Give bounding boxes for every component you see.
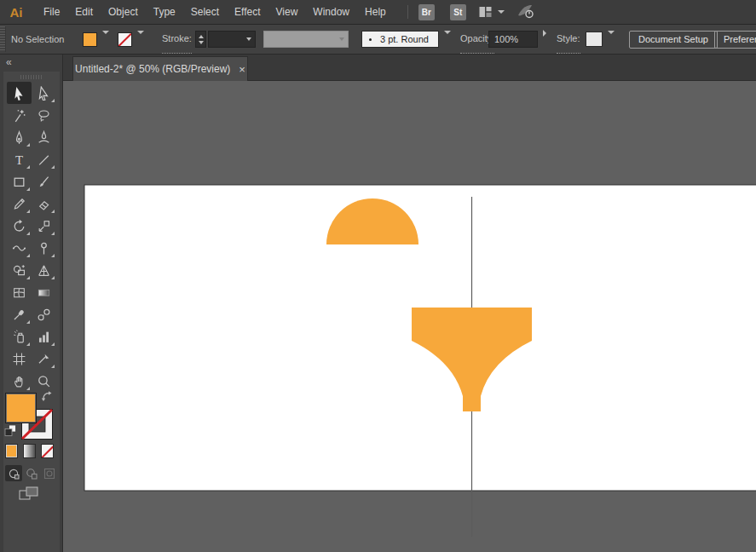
draw-inside-button[interactable] xyxy=(41,465,58,481)
opacity-expand-arrow[interactable] xyxy=(539,25,551,42)
menu-help[interactable]: Help xyxy=(357,0,394,25)
stroke-label[interactable]: Stroke: xyxy=(162,25,192,54)
brush-stroke-preview xyxy=(369,38,372,41)
stock-button[interactable]: St xyxy=(450,4,466,20)
menubar-separator xyxy=(407,5,408,19)
eraser-tool[interactable] xyxy=(32,193,56,215)
style-swatch[interactable] xyxy=(586,32,603,47)
document-setup-button[interactable]: Document Setup xyxy=(629,31,718,49)
mesh-tool[interactable] xyxy=(7,281,32,303)
bridge-button[interactable]: Br xyxy=(418,4,435,20)
rotate-tool[interactable] xyxy=(7,215,32,237)
perspective-grid-tool[interactable] xyxy=(32,259,56,281)
slice-tool[interactable] xyxy=(32,348,56,370)
fill-color-swatch[interactable] xyxy=(83,32,97,47)
none-mode-button[interactable] xyxy=(41,444,54,458)
rectangle-tool[interactable] xyxy=(7,170,32,193)
menu-file[interactable]: File xyxy=(36,0,67,25)
stroke-color-swatch[interactable] xyxy=(118,32,132,47)
hand-tool[interactable] xyxy=(7,370,32,392)
dock-header: « xyxy=(0,55,62,72)
document-tab[interactable]: Untitled-2* @ 50% (RGB/Preview) × xyxy=(72,56,248,81)
gradient-tool[interactable] xyxy=(32,281,56,303)
canvas-area[interactable] xyxy=(63,81,756,552)
tools-grid: T xyxy=(7,82,56,392)
column-graph-tool[interactable] xyxy=(32,325,56,348)
app-logo: Ai xyxy=(5,5,27,20)
symbol-sprayer-tool[interactable] xyxy=(7,325,32,348)
stroke-color-dropdown[interactable] xyxy=(134,25,147,39)
line-segment-tool[interactable] xyxy=(32,148,56,170)
width-tool[interactable] xyxy=(7,237,32,259)
style-dropdown[interactable] xyxy=(604,25,617,39)
style-label[interactable]: Style: xyxy=(557,25,580,54)
tab-close-icon[interactable]: × xyxy=(239,64,245,75)
pencil-tool[interactable] xyxy=(7,193,32,215)
width-profile-dropdown xyxy=(263,31,349,48)
zoom-tool[interactable] xyxy=(32,370,56,392)
change-screen-mode-icon[interactable] xyxy=(19,486,39,504)
illustrator-window: Ai File Edit Object Type Select Effect V… xyxy=(0,0,756,552)
type-tool[interactable]: T xyxy=(7,148,32,170)
eyedropper-tool[interactable] xyxy=(7,303,32,325)
document-tab-title: Untitled-2* @ 50% (RGB/Preview) xyxy=(75,63,230,75)
chevron-down-icon[interactable] xyxy=(498,10,505,14)
control-bar: No Selection Stroke: 3 pt. Round Opacity… xyxy=(0,25,756,55)
menu-type[interactable]: Type xyxy=(146,0,183,25)
fill-proxy-swatch[interactable] xyxy=(5,393,37,423)
scale-tool[interactable] xyxy=(32,215,56,237)
brush-definition-dropdown[interactable] xyxy=(441,25,453,39)
collapse-panels-icon[interactable]: « xyxy=(6,56,12,68)
gradient-mode-button[interactable] xyxy=(23,444,36,458)
paintbrush-tool[interactable] xyxy=(32,170,56,193)
preferences-button[interactable]: Preferences xyxy=(714,31,756,49)
lasso-tool[interactable] xyxy=(32,104,56,126)
menu-select[interactable]: Select xyxy=(183,0,227,25)
selection-tool[interactable] xyxy=(7,82,32,104)
tools-panel: T xyxy=(3,72,60,552)
canvas-svg xyxy=(63,81,756,552)
draw-behind-button[interactable] xyxy=(23,465,40,481)
blend-tool[interactable] xyxy=(32,303,56,325)
color-mode-button[interactable] xyxy=(5,444,18,458)
menu-window[interactable]: Window xyxy=(305,0,357,25)
stroke-weight-stepper[interactable] xyxy=(195,31,206,48)
tools-panel-grip[interactable] xyxy=(20,75,43,79)
menu-bar: Ai File Edit Object Type Select Effect V… xyxy=(0,0,756,25)
document-tab-bar: Untitled-2* @ 50% (RGB/Preview) × xyxy=(63,55,756,81)
menu-object[interactable]: Object xyxy=(101,0,146,25)
brush-definition-field[interactable]: 3 pt. Round xyxy=(361,31,439,48)
svg-text:T: T xyxy=(15,152,23,166)
menu-edit[interactable]: Edit xyxy=(67,0,101,25)
free-transform-tool[interactable] xyxy=(32,237,56,259)
fill-color-dropdown[interactable] xyxy=(99,25,112,39)
opacity-field[interactable]: 100% xyxy=(488,31,538,48)
shape-builder-tool[interactable] xyxy=(7,259,32,281)
performance-power-icon[interactable] xyxy=(517,3,537,20)
magic-wand-tool[interactable] xyxy=(7,104,32,126)
stroke-weight-dropdown[interactable] xyxy=(208,31,256,48)
tool-dock: « xyxy=(0,55,63,552)
curvature-tool[interactable] xyxy=(32,126,56,148)
swap-fill-stroke-icon[interactable] xyxy=(41,390,54,406)
menu-view[interactable]: View xyxy=(268,0,306,25)
menu-items: File Edit Object Type Select Effect View… xyxy=(36,0,394,25)
draw-normal-button[interactable] xyxy=(5,465,22,481)
selection-status: No Selection xyxy=(11,25,64,54)
artboard-tool[interactable] xyxy=(7,348,32,370)
workspace-switcher-icon[interactable] xyxy=(478,5,493,19)
default-fill-stroke-icon[interactable] xyxy=(4,424,17,440)
panel-grip[interactable] xyxy=(0,26,6,52)
menu-effect[interactable]: Effect xyxy=(227,0,268,25)
pen-tool[interactable] xyxy=(7,126,32,148)
direct-selection-tool[interactable] xyxy=(32,82,56,104)
